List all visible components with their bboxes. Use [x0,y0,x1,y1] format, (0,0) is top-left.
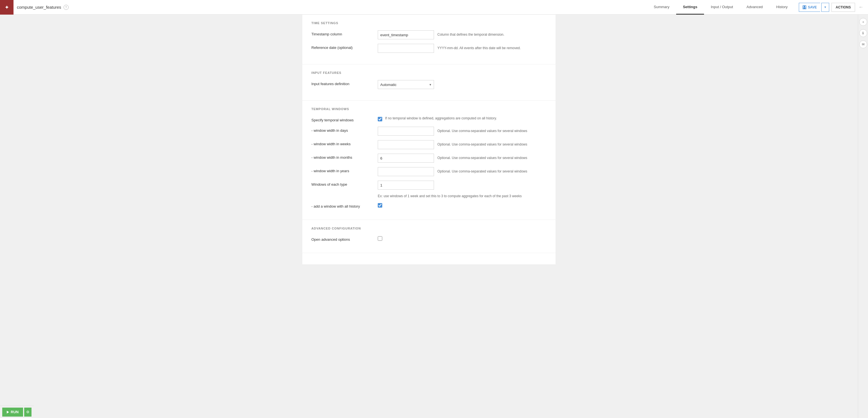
form-row-input-definition: Input features definition Automatic Manu… [311,80,547,89]
specify-windows-label: Specify temporal windows [311,116,373,122]
section-time-settings: TIME SETTINGS Timestamp column Column th… [302,14,556,64]
save-icon [803,5,806,9]
windows-each-label: Windows of each type [311,181,373,186]
main-layout: TIME SETTINGS Timestamp column Column th… [0,14,868,418]
chevron-down-icon: ▼ [824,6,827,9]
window-weeks-input[interactable] [378,140,434,149]
form-row-timestamp: Timestamp column Column that defines the… [311,30,547,39]
section-advanced-config: ADVANCED CONFIGURATION Open advanced opt… [302,220,556,253]
all-history-checkbox[interactable] [378,203,382,208]
windows-each-input[interactable] [378,181,434,189]
sidebar-comment-icon[interactable]: ✉ [859,40,867,48]
content-area: TIME SETTINGS Timestamp column Column th… [0,14,858,418]
window-days-label: - window width in days [311,127,373,133]
all-history-control [378,203,382,208]
run-button[interactable]: RUN [2,408,23,417]
section-input-features: INPUT FEATURES Input features definition… [302,64,556,101]
section-temporal-windows: TEMPORAL WINDOWS Specify temporal window… [302,101,556,220]
input-features-label: Input features definition [311,80,373,86]
specify-windows-hint: If no temporal window is defined, aggreg… [385,116,497,120]
timestamp-hint: Column that defines the temporal dimensi… [437,30,547,37]
sidebar-info-icon[interactable]: ℹ [859,29,867,37]
actions-button[interactable]: ACTIONS [831,3,855,12]
logo-icon: ✦ [4,4,9,11]
right-sidebar: ＋ ℹ ✉ [858,14,868,418]
form-row-open-advanced: Open advanced options [311,236,547,242]
window-days-input[interactable] [378,127,434,136]
window-weeks-hint: Optional. Use comma-separated values for… [437,140,547,146]
window-years-hint: Optional. Use comma-separated values for… [437,167,547,173]
form-row-window-weeks: - window width in weeks Optional. Use co… [311,140,547,149]
top-bar-actions: SAVE ▼ ACTIONS ← [799,3,864,12]
window-years-control-wrap: Optional. Use comma-separated values for… [378,167,547,176]
window-days-control-wrap: Optional. Use comma-separated values for… [378,127,547,136]
reference-date-hint: YYYY-mm-dd. All events after this date w… [437,44,547,50]
section-title-input: INPUT FEATURES [311,71,547,74]
tab-history[interactable]: History [770,0,794,14]
settings-content: TIME SETTINGS Timestamp column Column th… [302,14,556,264]
tab-input-output[interactable]: Input / Output [704,0,740,14]
section-title-advanced: ADVANCED CONFIGURATION [311,227,547,230]
page-title: compute_user_features [17,5,61,9]
bottom-bar: RUN ⚙ [0,406,34,418]
windows-each-control-wrap [378,181,547,189]
input-features-select-wrap: Automatic Manual ▼ [378,80,434,89]
specify-windows-control: If no temporal window is defined, aggreg… [378,116,497,121]
window-months-hint: Optional. Use comma-separated values for… [437,154,547,160]
window-years-input[interactable] [378,167,434,176]
window-months-label: - window width in months [311,154,373,160]
timestamp-input[interactable] [378,30,434,39]
save-button[interactable]: SAVE [799,3,820,12]
nav-tabs: Summary Settings Input / Output Advanced… [647,0,794,14]
svg-rect-1 [804,6,805,7]
reference-date-control-wrap: YYYY-mm-dd. All events after this date w… [378,44,547,53]
form-row-window-years: - window width in years Optional. Use co… [311,167,547,176]
form-row-specify-windows: Specify temporal windows If no temporal … [311,116,547,122]
tab-advanced[interactable]: Advanced [740,0,770,14]
reference-date-label: Reference date (optional) [311,44,373,50]
window-years-label: - window width in years [311,167,373,173]
tab-summary[interactable]: Summary [647,0,676,14]
form-row-all-history: - add a window with all history [311,203,547,208]
save-dropdown-button[interactable]: ▼ [821,3,829,12]
section-title-time: TIME SETTINGS [311,21,547,25]
window-weeks-control-wrap: Optional. Use comma-separated values for… [378,140,547,149]
open-advanced-label: Open advanced options [311,236,373,242]
input-features-control-wrap: Automatic Manual ▼ [378,80,547,89]
gear-icon: ⚙ [26,410,30,414]
form-row-windows-each: Windows of each type [311,181,547,189]
section-title-temporal: TEMPORAL WINDOWS [311,107,547,111]
specify-windows-checkbox[interactable] [378,117,382,121]
run-triangle-icon [7,411,9,414]
svg-rect-2 [803,7,806,9]
window-months-input[interactable] [378,154,434,163]
reference-date-input[interactable] [378,44,434,53]
top-bar: ✦ compute_user_features ? Summary Settin… [0,0,868,14]
open-advanced-checkbox[interactable] [378,236,382,241]
timestamp-label: Timestamp column [311,30,373,36]
open-advanced-control [378,236,382,241]
tab-settings[interactable]: Settings [676,0,704,14]
window-months-control-wrap: Optional. Use comma-separated values for… [378,154,547,163]
run-settings-button[interactable]: ⚙ [24,408,31,417]
input-features-select[interactable]: Automatic Manual [378,80,434,89]
logo-box: ✦ [0,0,13,14]
window-days-hint: Optional. Use comma-separated values for… [437,127,547,133]
back-button[interactable]: ← [859,4,864,10]
form-row-reference-date: Reference date (optional) YYYY-mm-dd. Al… [311,44,547,53]
window-weeks-label: - window width in weeks [311,140,373,146]
form-row-window-days: - window width in days Optional. Use com… [311,127,547,136]
timestamp-control-wrap: Column that defines the temporal dimensi… [378,30,547,39]
sidebar-add-icon[interactable]: ＋ [859,18,867,26]
all-history-label: - add a window with all history [311,203,373,208]
info-icon[interactable]: ? [64,5,69,10]
form-row-window-months: - window width in months Optional. Use c… [311,154,547,163]
windows-each-helper: Ex: use windows of 1 week and set this t… [378,194,547,198]
